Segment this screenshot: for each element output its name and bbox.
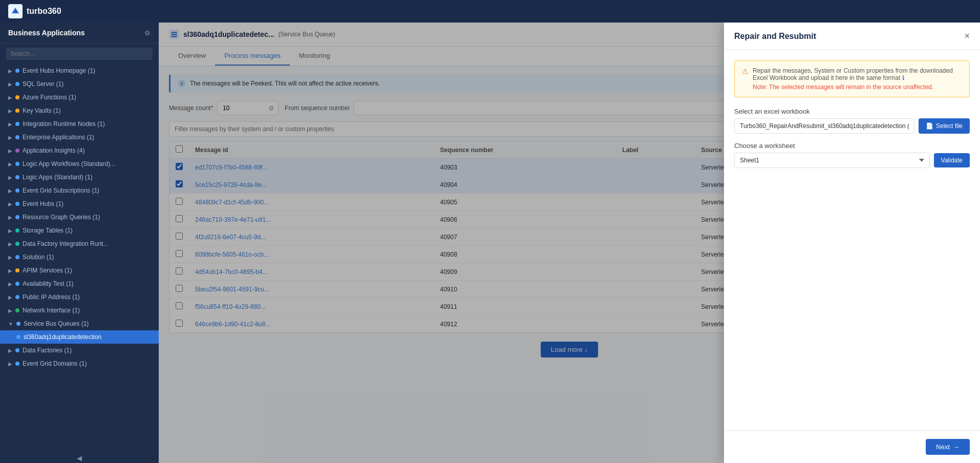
select-file-button[interactable]: 📄 Select file bbox=[919, 118, 970, 134]
chevron-icon: ▶ bbox=[8, 308, 12, 313]
sidebar-title: Business Applications bbox=[8, 29, 85, 37]
status-dot bbox=[15, 255, 19, 259]
sidebar-item-solution[interactable]: ▶ Solution (1) bbox=[0, 250, 159, 264]
status-dot bbox=[15, 69, 19, 73]
sidebar-item-label: Logic Apps (Standard) (1) bbox=[23, 174, 151, 181]
sidebar-search-input[interactable] bbox=[6, 48, 153, 60]
sidebar-item-logic-app-workflows-standard[interactable]: ▶ Logic App Workflows (Standard)... bbox=[0, 157, 159, 171]
chevron-icon: ▶ bbox=[8, 281, 12, 287]
sidebar-item-enterprise-applications[interactable]: ▶ Enterprise Applications (1) bbox=[0, 131, 159, 144]
chevron-icon: ▶ bbox=[8, 361, 12, 367]
status-dot bbox=[15, 308, 19, 312]
status-dot bbox=[15, 295, 19, 299]
alert-main-text: Repair the messages, System or Custom pr… bbox=[753, 67, 953, 81]
app-name: turbo360 bbox=[27, 7, 61, 16]
sidebar-item-logic-apps-standard[interactable]: ▶ Logic Apps (Standard) (1) bbox=[0, 171, 159, 184]
warning-icon: ⚠ bbox=[742, 67, 749, 75]
sidebar-item-label: SQL Server (1) bbox=[23, 80, 151, 88]
sidebar-item-availability-test[interactable]: ▶ Availability Test (1) bbox=[0, 277, 159, 290]
alert-info-icon: ℹ bbox=[902, 74, 905, 81]
sidebar-item-label: Availability Test (1) bbox=[23, 280, 151, 287]
sidebar-list: ▶ Event Hubs Homepage (1) ▶ SQL Server (… bbox=[0, 64, 159, 453]
status-dot bbox=[15, 135, 19, 139]
chevron-icon: ▶ bbox=[8, 228, 12, 234]
sidebar-item-label: Storage Tables (1) bbox=[23, 227, 151, 234]
sidebar-item-sl360adq1duplicatedetection[interactable]: sl360adq1duplicatedetection bbox=[0, 330, 159, 344]
sidebar-settings-icon[interactable]: ⚙ bbox=[144, 29, 151, 37]
status-dot bbox=[15, 149, 19, 153]
alert-note-text: The selected messages will remain in the… bbox=[769, 83, 933, 91]
sidebar-item-event-hubs-homepage[interactable]: ▶ Event Hubs Homepage (1) bbox=[0, 64, 159, 77]
sidebar-item-event-grid-subscriptions[interactable]: ▶ Event Grid Subscriptions (1) bbox=[0, 184, 159, 197]
logo-icon bbox=[8, 4, 23, 18]
sidebar-item-label: Key Vaults (1) bbox=[23, 107, 151, 114]
chevron-icon: ▶ bbox=[8, 175, 12, 180]
sidebar: Business Applications ⚙ ▶ Event Hubs Hom… bbox=[0, 23, 159, 463]
sidebar-item-sql-server[interactable]: ▶ SQL Server (1) bbox=[0, 77, 159, 91]
sidebar-item-public-ip-address[interactable]: ▶ Public IP Address (1) bbox=[0, 290, 159, 304]
sidebar-item-label: Event Grid Domains (1) bbox=[23, 360, 151, 367]
chevron-icon: ▶ bbox=[8, 188, 12, 194]
next-arrow-icon: → bbox=[953, 443, 960, 451]
sidebar-item-event-grid-domains[interactable]: ▶ Event Grid Domains (1) bbox=[0, 357, 159, 370]
sidebar-item-key-vaults[interactable]: ▶ Key Vaults (1) bbox=[0, 104, 159, 117]
file-input-row: 📄 Select file bbox=[734, 118, 970, 134]
sidebar-item-apim-services[interactable]: ▶ APIM Services (1) bbox=[0, 264, 159, 277]
chevron-icon: ▶ bbox=[8, 68, 12, 74]
status-dot bbox=[16, 335, 20, 339]
sidebar-item-application-insights[interactable]: ▶ Application Insights (4) bbox=[0, 144, 159, 157]
worksheet-section: Choose a worksheet Sheet1 Validate bbox=[734, 142, 970, 168]
status-dot bbox=[15, 188, 19, 193]
worksheet-select[interactable]: Sheet1 bbox=[734, 153, 930, 168]
sidebar-collapse-handle[interactable]: ◀ bbox=[0, 453, 159, 463]
file-display-input[interactable] bbox=[734, 118, 914, 134]
status-dot bbox=[16, 322, 20, 326]
modal-body: ⚠ Repair the messages, System or Custom … bbox=[724, 50, 980, 430]
chevron-icon: ▼ bbox=[8, 321, 13, 327]
status-dot bbox=[15, 122, 19, 126]
chevron-icon: ▶ bbox=[8, 348, 12, 353]
chevron-icon: ▶ bbox=[8, 268, 12, 273]
sidebar-search-area bbox=[0, 44, 159, 64]
excel-workbook-label: Select an excel workbook bbox=[734, 108, 970, 115]
sidebar-item-integration-runtime[interactable]: ▶ Integration Runtime Nodes (1) bbox=[0, 117, 159, 131]
sidebar-item-label: Network Interface (1) bbox=[23, 307, 151, 314]
status-dot bbox=[15, 95, 19, 99]
chevron-icon: ▶ bbox=[8, 108, 12, 114]
worksheet-label: Choose a worksheet bbox=[734, 142, 970, 150]
sidebar-item-label: APIM Services (1) bbox=[23, 267, 151, 274]
sidebar-item-data-factory-integration-runt[interactable]: ▶ Data Factory Integration Runt... bbox=[0, 237, 159, 250]
sidebar-item-event-hubs[interactable]: ▶ Event Hubs (1) bbox=[0, 197, 159, 211]
chevron-icon: ▶ bbox=[8, 201, 12, 207]
modal-header: Repair and Resubmit × bbox=[724, 23, 980, 50]
main-area: Business Applications ⚙ ▶ Event Hubs Hom… bbox=[0, 23, 980, 463]
status-dot bbox=[15, 268, 19, 272]
next-label: Next bbox=[936, 443, 950, 451]
status-dot bbox=[15, 215, 19, 219]
sidebar-item-label: Application Insights (4) bbox=[23, 147, 151, 154]
sidebar-item-azure-functions[interactable]: ▶ Azure Functions (1) bbox=[0, 91, 159, 104]
modal-close-button[interactable]: × bbox=[964, 31, 970, 41]
chevron-icon: ▶ bbox=[8, 95, 12, 100]
next-button[interactable]: Next → bbox=[926, 439, 970, 455]
sidebar-item-network-interface[interactable]: ▶ Network Interface (1) bbox=[0, 304, 159, 317]
sidebar-item-label: Public IP Address (1) bbox=[23, 293, 151, 301]
validate-button[interactable]: Validate bbox=[934, 153, 970, 167]
status-dot bbox=[15, 82, 19, 86]
sidebar-item-label: Data Factory Integration Runt... bbox=[23, 240, 151, 247]
sidebar-item-service-bus-queues[interactable]: ▼ Service Bus Queues (1) bbox=[0, 317, 159, 330]
status-dot bbox=[15, 228, 19, 233]
status-dot bbox=[15, 282, 19, 286]
chevron-icon: ▶ bbox=[8, 215, 12, 220]
sidebar-item-label: Azure Functions (1) bbox=[23, 94, 151, 101]
document-icon: 📄 bbox=[926, 122, 933, 130]
svg-marker-0 bbox=[12, 8, 19, 13]
sidebar-item-resource-graph-queries[interactable]: ▶ Resource Graph Queries (1) bbox=[0, 211, 159, 224]
sidebar-item-data-factories[interactable]: ▶ Data Factories (1) bbox=[0, 344, 159, 357]
sidebar-item-storage-tables[interactable]: ▶ Storage Tables (1) bbox=[0, 224, 159, 237]
sidebar-item-label: Event Grid Subscriptions (1) bbox=[23, 187, 151, 194]
status-dot bbox=[15, 362, 19, 366]
modal-footer: Next → bbox=[724, 430, 980, 463]
sidebar-item-label: Resource Graph Queries (1) bbox=[23, 214, 151, 221]
modal-title: Repair and Resubmit bbox=[734, 32, 816, 41]
